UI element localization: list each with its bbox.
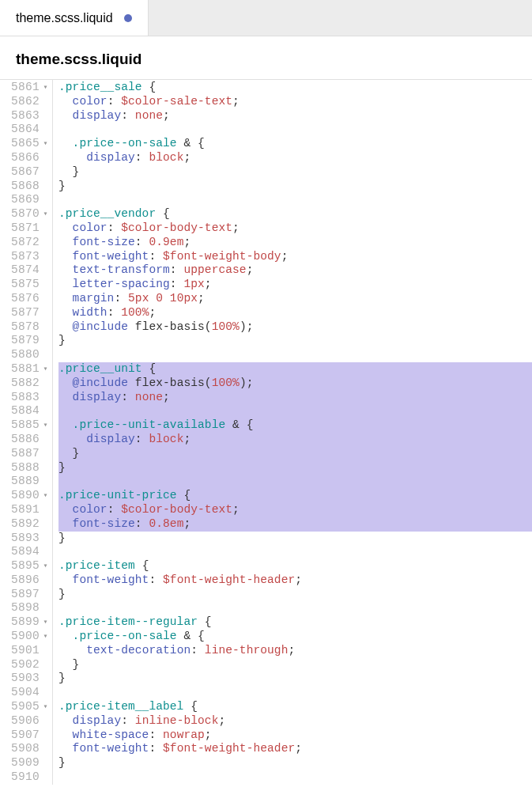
- gutter-line: 5878: [8, 320, 50, 335]
- code-line[interactable]: font-weight: $font-weight-header;: [58, 742, 532, 756]
- code-line[interactable]: color: $color-body-text;: [58, 503, 532, 517]
- line-number: 5891: [8, 503, 40, 517]
- gutter-line: 5910: [8, 770, 50, 785]
- code-line[interactable]: font-weight: $font-weight-body;: [58, 250, 532, 264]
- code-line[interactable]: display: none;: [58, 109, 532, 123]
- fold-toggle-icon[interactable]: ▾: [41, 615, 50, 630]
- code-line[interactable]: margin: 5px 0 10px;: [58, 292, 532, 306]
- line-number: 5903: [8, 672, 40, 686]
- fold-toggle-icon[interactable]: ▾: [41, 630, 50, 644]
- code-line[interactable]: text-decoration: line-through;: [58, 644, 532, 658]
- line-number: 5874: [8, 263, 40, 278]
- code-line[interactable]: [58, 475, 532, 489]
- line-number: 5885: [8, 418, 40, 433]
- code-line[interactable]: color: $color-body-text;: [58, 221, 532, 236]
- code-line[interactable]: [58, 193, 532, 207]
- gutter-line: 5890▾: [8, 489, 50, 503]
- code-line[interactable]: }: [58, 756, 532, 770]
- code-line[interactable]: }: [58, 672, 532, 686]
- code-line[interactable]: .price--unit-available & {: [58, 418, 532, 433]
- code-line[interactable]: [58, 545, 532, 559]
- line-number: 5894: [8, 545, 40, 559]
- fold-toggle-icon[interactable]: ▾: [41, 559, 50, 573]
- code-line[interactable]: .price__unit {: [58, 362, 532, 377]
- line-number: 5895: [8, 559, 40, 573]
- code-line[interactable]: }: [58, 461, 532, 475]
- code-line[interactable]: .price-item__label {: [58, 700, 532, 714]
- fold-toggle-icon[interactable]: ▾: [41, 207, 50, 221]
- gutter-line: 5880: [8, 348, 50, 362]
- line-number: 5883: [8, 391, 40, 405]
- gutter-line: 5864: [8, 123, 50, 137]
- code-line[interactable]: text-transform: uppercase;: [58, 263, 532, 278]
- line-number: 5910: [8, 770, 40, 785]
- code-line[interactable]: }: [58, 165, 532, 180]
- line-number: 5884: [8, 404, 40, 418]
- code-line[interactable]: .price--on-sale & {: [58, 630, 532, 644]
- filename-text: theme.scss.liquid: [16, 51, 141, 67]
- line-number: 5907: [8, 729, 40, 743]
- code-line[interactable]: white-space: nowrap;: [58, 729, 532, 743]
- fold-toggle-icon[interactable]: ▾: [41, 418, 50, 433]
- code-line[interactable]: .price--on-sale & {: [58, 137, 532, 151]
- gutter-line: 5877: [8, 306, 50, 320]
- fold-toggle-icon[interactable]: ▾: [41, 137, 50, 151]
- code-area[interactable]: .price__sale { color: $color-sale-text; …: [53, 80, 532, 785]
- fold-toggle-icon[interactable]: ▾: [41, 81, 50, 95]
- gutter-line: 5907: [8, 729, 50, 743]
- gutter-line: 5869: [8, 193, 50, 207]
- gutter-line: 5883: [8, 391, 50, 405]
- gutter-line: 5873: [8, 250, 50, 264]
- gutter-line: 5870▾: [8, 207, 50, 221]
- code-line[interactable]: }: [58, 180, 532, 194]
- line-number: 5866: [8, 151, 40, 165]
- code-line[interactable]: color: $color-sale-text;: [58, 95, 532, 109]
- code-editor[interactable]: 5861▾5862586358645865▾586658675868586958…: [0, 80, 532, 785]
- code-line[interactable]: .price-item--regular {: [58, 615, 532, 630]
- gutter-line: 5895▾: [8, 559, 50, 573]
- line-number: 5871: [8, 221, 40, 236]
- code-line[interactable]: display: none;: [58, 391, 532, 405]
- code-line[interactable]: .price__sale {: [58, 81, 532, 95]
- gutter-line: 5874: [8, 263, 50, 278]
- code-line[interactable]: display: block;: [58, 151, 532, 165]
- line-number: 5901: [8, 644, 40, 658]
- code-line[interactable]: }: [58, 658, 532, 672]
- line-number: 5893: [8, 532, 40, 546]
- code-line[interactable]: @include flex-basis(100%);: [58, 377, 532, 391]
- code-line[interactable]: font-size: 0.8em;: [58, 517, 532, 532]
- fold-toggle-icon[interactable]: ▾: [41, 489, 50, 503]
- code-line[interactable]: width: 100%;: [58, 306, 532, 320]
- code-line[interactable]: [58, 601, 532, 615]
- code-line[interactable]: letter-spacing: 1px;: [58, 278, 532, 292]
- code-line[interactable]: .price__vendor {: [58, 207, 532, 221]
- code-line[interactable]: }: [58, 588, 532, 602]
- code-line[interactable]: [58, 404, 532, 418]
- code-line[interactable]: [58, 770, 532, 785]
- fold-toggle-icon[interactable]: ▾: [41, 362, 50, 377]
- code-line[interactable]: font-size: 0.9em;: [58, 236, 532, 250]
- line-number: 5868: [8, 180, 40, 194]
- code-line[interactable]: display: block;: [58, 433, 532, 447]
- fold-toggle-icon[interactable]: ▾: [41, 700, 50, 714]
- gutter-line: 5866: [8, 151, 50, 165]
- code-line[interactable]: [58, 123, 532, 137]
- gutter-line: 5894: [8, 545, 50, 559]
- gutter-line: 5875: [8, 278, 50, 292]
- code-line[interactable]: .price-item {: [58, 559, 532, 573]
- tab-filename: theme.scss.liquid: [16, 11, 113, 25]
- gutter-line: 5868: [8, 180, 50, 194]
- gutter-line: 5884: [8, 404, 50, 418]
- code-line[interactable]: .price-unit-price {: [58, 489, 532, 503]
- code-line[interactable]: font-weight: $font-weight-header;: [58, 573, 532, 588]
- line-number: 5900: [8, 630, 40, 644]
- line-number: 5909: [8, 756, 40, 770]
- file-tab[interactable]: theme.scss.liquid: [0, 0, 149, 36]
- code-line[interactable]: display: inline-block;: [58, 714, 532, 729]
- code-line[interactable]: }: [58, 334, 532, 348]
- code-line[interactable]: }: [58, 447, 532, 461]
- code-line[interactable]: [58, 686, 532, 700]
- code-line[interactable]: @include flex-basis(100%);: [58, 320, 532, 335]
- code-line[interactable]: [58, 348, 532, 362]
- code-line[interactable]: }: [58, 532, 532, 546]
